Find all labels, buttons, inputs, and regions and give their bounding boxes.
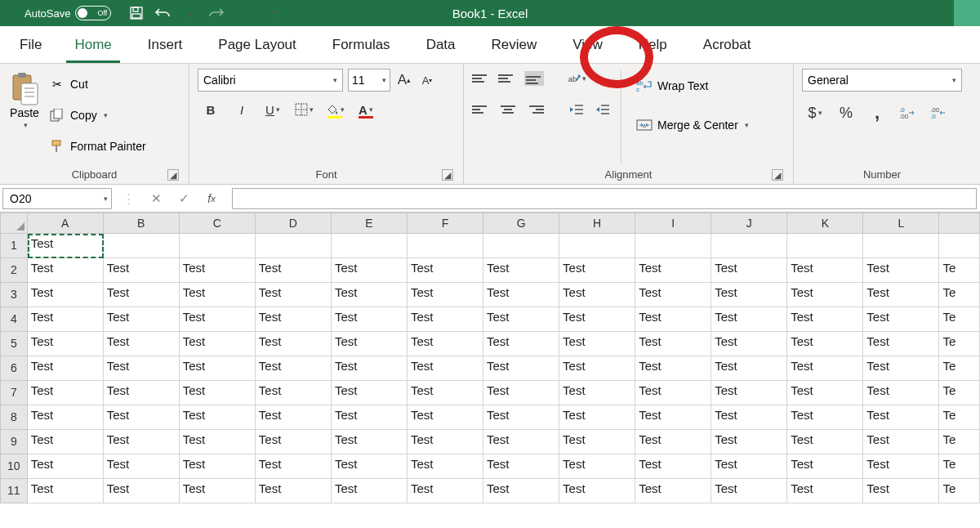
row-header[interactable]: 2 [0, 258, 28, 283]
cell[interactable]: Te [939, 405, 980, 430]
cell[interactable]: Test [559, 405, 635, 430]
tab-page-layout[interactable]: Page Layout [200, 29, 314, 63]
cell[interactable]: Test [635, 356, 711, 381]
cell[interactable]: Test [787, 479, 863, 503]
italic-button[interactable]: I [232, 100, 252, 119]
column-header[interactable]: H [559, 213, 635, 234]
cell[interactable]: Test [635, 283, 711, 307]
cell[interactable]: Test [787, 405, 863, 430]
save-icon[interactable] [129, 6, 144, 20]
cell[interactable]: Test [635, 405, 711, 430]
cell[interactable]: Test [635, 381, 711, 405]
cell[interactable]: Test [483, 307, 559, 332]
column-header[interactable] [939, 213, 980, 234]
percent-format-button[interactable]: % [836, 103, 856, 123]
paste-button[interactable]: Paste ▾ [8, 69, 41, 166]
cell[interactable]: Test [787, 258, 863, 283]
cell[interactable]: Test [408, 283, 483, 307]
cell[interactable]: Test [180, 405, 256, 430]
decrease-indent-button[interactable] [567, 100, 586, 119]
cell[interactable]: Test [559, 356, 635, 381]
cell[interactable]: Test [483, 430, 559, 454]
cell[interactable]: Test [180, 479, 256, 503]
number-format-select[interactable]: General ▾ [802, 69, 962, 92]
decrease-font-size-button[interactable]: A▾ [418, 71, 436, 89]
cell[interactable]: Test [787, 454, 863, 479]
cell[interactable]: Test [483, 356, 559, 381]
undo-dropdown-icon[interactable]: ▾ [183, 6, 198, 20]
merge-center-button[interactable]: a Merge & Center ▾ [636, 113, 749, 137]
align-right-button[interactable] [524, 102, 544, 117]
cell[interactable]: Test [408, 258, 483, 283]
row-header[interactable]: 3 [0, 283, 28, 307]
copy-button[interactable]: Copy ▾ [49, 103, 146, 128]
cell[interactable]: Test [483, 332, 559, 356]
borders-button[interactable]: ▾ [294, 100, 314, 119]
font-color-button[interactable]: A▾ [356, 100, 376, 119]
cell[interactable]: Te [939, 283, 980, 307]
chevron-down-icon[interactable]: ▾ [745, 121, 749, 129]
cell[interactable] [104, 234, 180, 258]
row-header[interactable]: 5 [0, 332, 28, 356]
cell[interactable]: Test [635, 332, 711, 356]
cell[interactable]: Test [332, 405, 408, 430]
cell[interactable]: Test [180, 283, 256, 307]
align-top-button[interactable] [472, 71, 492, 86]
font-size-select[interactable]: 11 ▾ [348, 69, 390, 92]
cell[interactable]: Test [559, 258, 635, 283]
cell[interactable]: Test [787, 356, 863, 381]
cell[interactable] [863, 234, 939, 258]
cell[interactable]: Test [332, 356, 408, 381]
cell[interactable]: Test [28, 381, 104, 405]
cell[interactable]: Test [332, 332, 408, 356]
cell[interactable]: Test [863, 430, 939, 454]
cut-button[interactable]: ✂ Cut [49, 72, 146, 96]
cell[interactable]: Test [332, 258, 408, 283]
select-all-corner[interactable] [0, 213, 28, 234]
cell[interactable]: Test [256, 332, 332, 356]
cell[interactable]: Test [863, 332, 939, 356]
qat-customize-icon[interactable]: ▾ [268, 6, 283, 20]
cell[interactable]: Test [711, 405, 787, 430]
tab-data[interactable]: Data [408, 29, 474, 63]
cell[interactable]: Test [408, 332, 483, 356]
cell[interactable]: Test [863, 283, 939, 307]
cell[interactable]: Test [28, 307, 104, 332]
cell[interactable]: Test [711, 430, 787, 454]
cell[interactable]: Test [863, 381, 939, 405]
cell[interactable]: Test [483, 479, 559, 503]
cell[interactable]: Test [180, 356, 256, 381]
column-header[interactable]: G [483, 213, 559, 234]
cell[interactable]: Test [559, 479, 635, 503]
column-header[interactable]: J [711, 213, 787, 234]
cell[interactable]: Test [332, 479, 408, 503]
font-name-select[interactable]: Calibri ▾ [198, 69, 343, 92]
spreadsheet-grid[interactable]: ABCDEFGHIJKL1Test2TestTestTestTestTestTe… [0, 213, 980, 503]
cell[interactable]: Test [787, 381, 863, 405]
cell[interactable]: Test [180, 430, 256, 454]
cell[interactable]: Test [635, 258, 711, 283]
row-header[interactable]: 10 [0, 454, 28, 479]
cell[interactable]: Test [104, 258, 180, 283]
cell[interactable]: Test [483, 283, 559, 307]
cell[interactable]: Test [28, 405, 104, 430]
cell[interactable]: Te [939, 307, 980, 332]
cell[interactable]: Test [711, 381, 787, 405]
cell[interactable]: Test [711, 454, 787, 479]
cell[interactable]: Test [180, 381, 256, 405]
enter-icon[interactable]: ✓ [170, 188, 198, 209]
bold-button[interactable]: B [201, 100, 220, 119]
cell[interactable]: Test [28, 234, 104, 258]
cell[interactable] [939, 234, 980, 258]
cell[interactable]: Test [559, 381, 635, 405]
underline-button[interactable]: U▾ [263, 100, 283, 119]
cell[interactable]: Test [635, 307, 711, 332]
cell[interactable]: Te [939, 381, 980, 405]
row-header[interactable]: 9 [0, 430, 28, 454]
cell[interactable]: Test [256, 356, 332, 381]
cell[interactable]: Test [104, 307, 180, 332]
tab-file[interactable]: File [15, 29, 56, 63]
cell[interactable]: Test [332, 454, 408, 479]
row-header[interactable]: 11 [0, 479, 28, 503]
cell[interactable]: Test [559, 430, 635, 454]
